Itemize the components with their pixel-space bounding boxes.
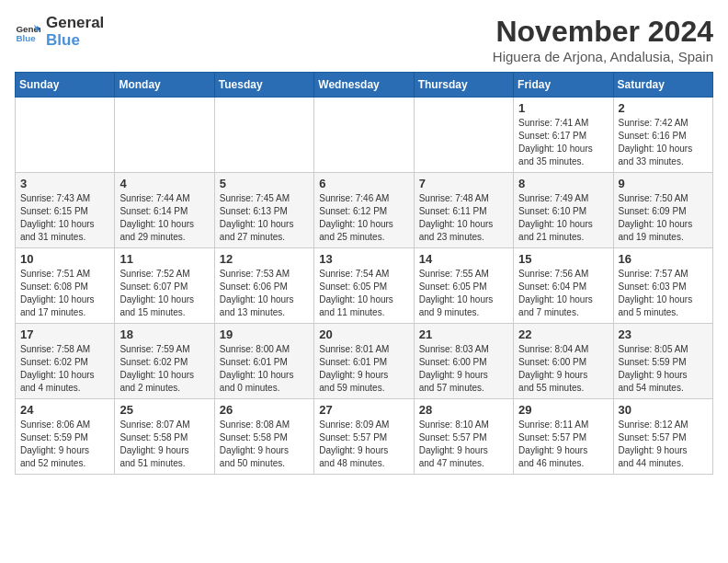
day-number: 3 — [20, 177, 109, 190]
day-number: 27 — [319, 403, 408, 417]
day-number: 4 — [119, 177, 209, 190]
calendar-cell: 19Sunrise: 8:00 AM Sunset: 6:01 PM Dayli… — [214, 324, 313, 399]
day-number: 5 — [220, 177, 309, 190]
weekday-header-saturday: Saturday — [613, 73, 712, 98]
calendar-week-row: 3Sunrise: 7:43 AM Sunset: 6:15 PM Daylig… — [16, 173, 713, 248]
day-info: Sunrise: 8:10 AM Sunset: 5:57 PM Dayligh… — [419, 419, 508, 470]
day-info: Sunrise: 8:03 AM Sunset: 6:00 PM Dayligh… — [419, 343, 508, 395]
logo: General Blue General Blue — [15, 15, 104, 49]
calendar-cell: 9Sunrise: 7:50 AM Sunset: 6:09 PM Daylig… — [613, 173, 712, 248]
day-number: 17 — [20, 327, 109, 341]
day-info: Sunrise: 7:51 AM Sunset: 6:08 PM Dayligh… — [20, 268, 109, 319]
day-number: 7 — [419, 177, 508, 190]
calendar-cell: 25Sunrise: 8:07 AM Sunset: 5:58 PM Dayli… — [115, 399, 214, 475]
calendar-cell: 10Sunrise: 7:51 AM Sunset: 6:08 PM Dayli… — [16, 248, 115, 324]
day-number: 22 — [518, 327, 608, 341]
weekday-header-thursday: Thursday — [414, 73, 513, 98]
day-info: Sunrise: 7:56 AM Sunset: 6:04 PM Dayligh… — [518, 268, 608, 319]
day-info: Sunrise: 7:49 AM Sunset: 6:10 PM Dayligh… — [518, 192, 608, 244]
calendar-cell — [314, 98, 414, 173]
day-number: 2 — [619, 101, 708, 115]
calendar-week-row: 17Sunrise: 7:58 AM Sunset: 6:02 PM Dayli… — [16, 324, 713, 399]
calendar-cell: 7Sunrise: 7:48 AM Sunset: 6:11 PM Daylig… — [414, 173, 513, 248]
day-info: Sunrise: 7:57 AM Sunset: 6:03 PM Dayligh… — [619, 268, 708, 319]
day-number: 10 — [20, 252, 109, 266]
day-number: 13 — [319, 252, 408, 266]
weekday-header-row: SundayMondayTuesdayWednesdayThursdayFrid… — [16, 73, 713, 98]
day-info: Sunrise: 7:46 AM Sunset: 6:12 PM Dayligh… — [319, 192, 408, 244]
calendar-cell: 17Sunrise: 7:58 AM Sunset: 6:02 PM Dayli… — [16, 324, 115, 399]
day-info: Sunrise: 8:08 AM Sunset: 5:58 PM Dayligh… — [220, 419, 309, 470]
calendar-cell: 11Sunrise: 7:52 AM Sunset: 6:07 PM Dayli… — [115, 248, 214, 324]
calendar-title-area: November 2024 Higuera de Arjona, Andalus… — [493, 15, 713, 64]
logo-blue: Blue — [46, 32, 104, 50]
weekday-header-monday: Monday — [115, 73, 214, 98]
day-number: 28 — [419, 403, 508, 417]
calendar-cell: 13Sunrise: 7:54 AM Sunset: 6:05 PM Dayli… — [314, 248, 414, 324]
weekday-header-tuesday: Tuesday — [214, 73, 313, 98]
day-number: 18 — [119, 327, 209, 341]
calendar-cell: 5Sunrise: 7:45 AM Sunset: 6:13 PM Daylig… — [214, 173, 313, 248]
day-number: 20 — [319, 327, 408, 341]
calendar-cell — [115, 98, 214, 173]
calendar-cell: 28Sunrise: 8:10 AM Sunset: 5:57 PM Dayli… — [414, 399, 513, 475]
calendar-week-row: 1Sunrise: 7:41 AM Sunset: 6:17 PM Daylig… — [16, 98, 713, 173]
day-info: Sunrise: 7:50 AM Sunset: 6:09 PM Dayligh… — [619, 192, 708, 244]
calendar-cell: 12Sunrise: 7:53 AM Sunset: 6:06 PM Dayli… — [214, 248, 313, 324]
day-info: Sunrise: 7:59 AM Sunset: 6:02 PM Dayligh… — [119, 343, 209, 395]
calendar-cell: 26Sunrise: 8:08 AM Sunset: 5:58 PM Dayli… — [214, 399, 313, 475]
calendar-cell: 18Sunrise: 7:59 AM Sunset: 6:02 PM Dayli… — [115, 324, 214, 399]
calendar-cell: 23Sunrise: 8:05 AM Sunset: 5:59 PM Dayli… — [613, 324, 712, 399]
weekday-header-sunday: Sunday — [16, 73, 115, 98]
day-info: Sunrise: 7:44 AM Sunset: 6:14 PM Dayligh… — [119, 192, 209, 244]
day-info: Sunrise: 7:54 AM Sunset: 6:05 PM Dayligh… — [319, 268, 408, 319]
day-info: Sunrise: 7:53 AM Sunset: 6:06 PM Dayligh… — [220, 268, 309, 319]
calendar-cell: 6Sunrise: 7:46 AM Sunset: 6:12 PM Daylig… — [314, 173, 414, 248]
day-info: Sunrise: 7:42 AM Sunset: 6:16 PM Dayligh… — [619, 117, 708, 168]
day-number: 30 — [619, 403, 708, 417]
calendar-cell: 4Sunrise: 7:44 AM Sunset: 6:14 PM Daylig… — [115, 173, 214, 248]
day-number: 9 — [619, 177, 708, 190]
day-info: Sunrise: 8:04 AM Sunset: 6:00 PM Dayligh… — [518, 343, 608, 395]
calendar-cell: 15Sunrise: 7:56 AM Sunset: 6:04 PM Dayli… — [514, 248, 613, 324]
day-number: 6 — [319, 177, 408, 190]
day-number: 15 — [518, 252, 608, 266]
day-number: 23 — [619, 327, 708, 341]
day-number: 25 — [119, 403, 209, 417]
weekday-header-friday: Friday — [514, 73, 613, 98]
calendar-cell: 22Sunrise: 8:04 AM Sunset: 6:00 PM Dayli… — [514, 324, 613, 399]
day-info: Sunrise: 8:05 AM Sunset: 5:59 PM Dayligh… — [619, 343, 708, 395]
calendar-cell — [16, 98, 115, 173]
calendar-cell: 21Sunrise: 8:03 AM Sunset: 6:00 PM Dayli… — [414, 324, 513, 399]
calendar-cell: 30Sunrise: 8:12 AM Sunset: 5:57 PM Dayli… — [613, 399, 712, 475]
calendar-cell: 2Sunrise: 7:42 AM Sunset: 6:16 PM Daylig… — [613, 98, 712, 173]
day-info: Sunrise: 8:09 AM Sunset: 5:57 PM Dayligh… — [319, 419, 408, 470]
calendar-cell — [414, 98, 513, 173]
day-info: Sunrise: 7:52 AM Sunset: 6:07 PM Dayligh… — [119, 268, 209, 319]
day-number: 29 — [518, 403, 608, 417]
day-info: Sunrise: 7:48 AM Sunset: 6:11 PM Dayligh… — [419, 192, 508, 244]
day-info: Sunrise: 8:11 AM Sunset: 5:57 PM Dayligh… — [518, 419, 608, 470]
day-number: 26 — [220, 403, 309, 417]
calendar-cell: 1Sunrise: 7:41 AM Sunset: 6:17 PM Daylig… — [514, 98, 613, 173]
day-number: 24 — [20, 403, 109, 417]
day-info: Sunrise: 7:43 AM Sunset: 6:15 PM Dayligh… — [20, 192, 109, 244]
page-header: General Blue General Blue November 2024 … — [15, 15, 713, 64]
calendar-week-row: 10Sunrise: 7:51 AM Sunset: 6:08 PM Dayli… — [16, 248, 713, 324]
day-info: Sunrise: 8:07 AM Sunset: 5:58 PM Dayligh… — [119, 419, 209, 470]
day-info: Sunrise: 7:41 AM Sunset: 6:17 PM Dayligh… — [518, 117, 608, 168]
calendar-cell: 14Sunrise: 7:55 AM Sunset: 6:05 PM Dayli… — [414, 248, 513, 324]
month-title: November 2024 — [493, 15, 713, 49]
calendar-cell — [214, 98, 313, 173]
logo-general: General — [46, 15, 104, 32]
day-info: Sunrise: 7:55 AM Sunset: 6:05 PM Dayligh… — [419, 268, 508, 319]
calendar-cell: 20Sunrise: 8:01 AM Sunset: 6:01 PM Dayli… — [314, 324, 414, 399]
day-number: 19 — [220, 327, 309, 341]
calendar-week-row: 24Sunrise: 8:06 AM Sunset: 5:59 PM Dayli… — [16, 399, 713, 475]
day-number: 8 — [518, 177, 608, 190]
day-info: Sunrise: 8:06 AM Sunset: 5:59 PM Dayligh… — [20, 419, 109, 470]
calendar-cell: 27Sunrise: 8:09 AM Sunset: 5:57 PM Dayli… — [314, 399, 414, 475]
day-info: Sunrise: 7:45 AM Sunset: 6:13 PM Dayligh… — [220, 192, 309, 244]
calendar-table: SundayMondayTuesdayWednesdayThursdayFrid… — [15, 72, 713, 475]
calendar-cell: 24Sunrise: 8:06 AM Sunset: 5:59 PM Dayli… — [16, 399, 115, 475]
